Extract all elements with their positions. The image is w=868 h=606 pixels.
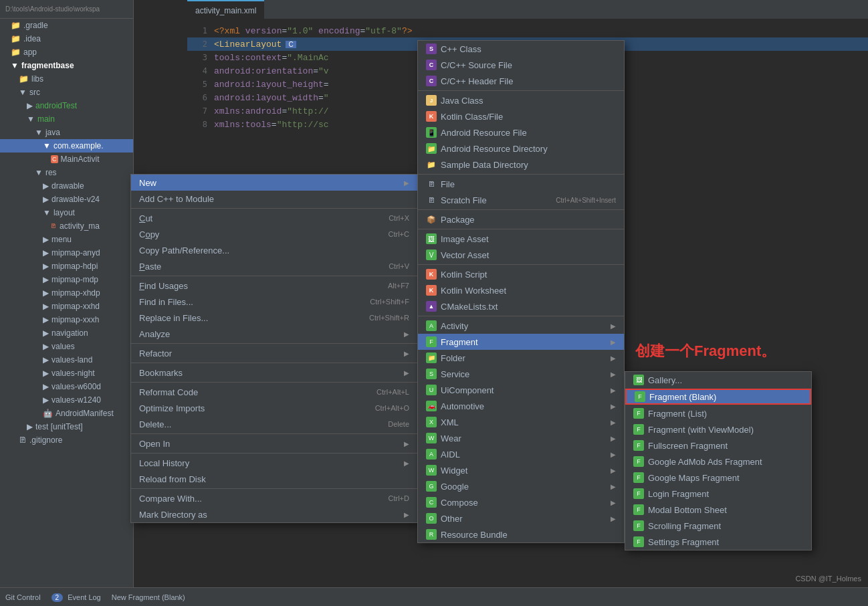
ctx-item-automotive[interactable]: 🚗 Automotive ▶	[418, 398, 624, 414]
sidebar-item-gitignore[interactable]: 🖹 .gitignore	[0, 433, 133, 447]
ctx-item-wear[interactable]: W Wear ▶	[418, 430, 624, 446]
sidebar-item-values-night[interactable]: ▶ values-night	[0, 367, 133, 380]
sidebar-item-androidtest[interactable]: ▶ androidTest	[0, 99, 133, 112]
ctx-item-optimize[interactable]: Optimize Imports Ctrl+Alt+O	[131, 400, 417, 416]
sidebar-item-idea[interactable]: 📁 .idea	[0, 32, 133, 45]
ctx-item-maps-fragment[interactable]: F Google Maps Fragment	[625, 470, 811, 486]
sidebar-item-activity-main[interactable]: 🖹 activity_ma	[0, 219, 133, 233]
ctx-item-aidl[interactable]: A AIDL ▶	[418, 446, 624, 462]
ctx-item-copy[interactable]: Copy Ctrl+C	[131, 226, 417, 242]
ctx-item-package[interactable]: 📦 Package	[418, 211, 624, 227]
ctx-item-other[interactable]: O Other ▶	[418, 510, 624, 526]
ctx-item-folder[interactable]: 📁 Folder ▶	[418, 350, 624, 366]
sidebar-item-values-land[interactable]: ▶ values-land	[0, 353, 133, 367]
ctx-item-delete[interactable]: Delete... Delete	[131, 416, 417, 432]
widget-icon: W	[426, 465, 437, 476]
sidebar-item-com-example[interactable]: ▼ com.example.	[0, 139, 133, 153]
sidebar-item-app[interactable]: 📁 app	[0, 45, 133, 59]
ctx-item-cpp-source[interactable]: C C/C++ Source File	[418, 57, 624, 73]
sidebar-item-layout[interactable]: ▼ layout	[0, 206, 133, 219]
ctx-item-find-usages[interactable]: Find Usages Alt+F7	[131, 278, 417, 294]
ctx-item-kotlin-worksheet[interactable]: K Kotlin Worksheet	[418, 282, 624, 298]
ctx-item-replace-in-files[interactable]: Replace in Files... Ctrl+Shift+R	[131, 310, 417, 326]
sidebar-item-gradle[interactable]: 📁 .gradle	[0, 19, 133, 32]
ctx-item-compose[interactable]: C Compose ▶	[418, 494, 624, 510]
sidebar-item-values-w600d[interactable]: ▶ values-w600d	[0, 380, 133, 393]
ctx-item-local-history[interactable]: Local History ▶	[131, 455, 417, 471]
ctx-item-copy-path[interactable]: Copy Path/Reference...	[131, 242, 417, 258]
sidebar-item-mipmap-mdp[interactable]: ▶ mipmap-mdp	[0, 273, 133, 286]
ctx-item-image-asset[interactable]: 🖼 Image Asset	[418, 231, 624, 247]
ctx-item-settings-fragment[interactable]: F Settings Fragment	[625, 534, 811, 550]
tab-activity-main[interactable]: activity_main.xml	[187, 0, 264, 19]
ctx-item-fragment-blank[interactable]: F Fragment (Blank)	[625, 389, 811, 405]
ctx-item-cut[interactable]: Cut Ctrl+X	[131, 210, 417, 226]
ctx-item-modal-bottom-sheet[interactable]: F Modal Bottom Sheet	[625, 502, 811, 518]
ctx-item-mark-directory[interactable]: Mark Directory as ▶	[131, 506, 417, 522]
sidebar-item-androidmanifest[interactable]: 🤖 AndroidManifest	[0, 407, 133, 420]
ctx-item-sample-data-dir[interactable]: 📁 Sample Data Directory	[418, 157, 624, 173]
ctx-item-fragment-viewmodel[interactable]: F Fragment (with ViewModel)	[625, 421, 811, 437]
ctx-item-java-class[interactable]: J Java Class	[418, 92, 624, 108]
ctx-item-compare[interactable]: Compare With... Ctrl+D	[131, 490, 417, 506]
folder-icon: ▶	[43, 328, 49, 338]
ctx-item-analyze[interactable]: Analyze ▶	[131, 326, 417, 342]
ctx-item-resource-bundle[interactable]: R Resource Bundle	[418, 526, 624, 542]
sidebar-item-menu[interactable]: ▶ menu	[0, 233, 133, 246]
ctx-item-scrolling-fragment[interactable]: F Scrolling Fragment	[625, 518, 811, 534]
ctx-item-android-resource-file[interactable]: 📱 Android Resource File	[418, 124, 624, 140]
sidebar-item-test[interactable]: ▶ test [unitTest]	[0, 420, 133, 433]
c-icon: C	[426, 76, 437, 86]
sidebar-item-mipmap-anyd[interactable]: ▶ mipmap-anyd	[0, 246, 133, 260]
ctx-item-paste[interactable]: Paste Ctrl+V	[131, 258, 417, 274]
ctx-item-gallery[interactable]: 🖼 Gallery...	[625, 372, 811, 388]
ctx-item-widget[interactable]: W Widget ▶	[418, 462, 624, 478]
sidebar-item-values[interactable]: ▶ values	[0, 340, 133, 353]
ctx-item-fragment-list[interactable]: F Fragment (List)	[625, 405, 811, 421]
ctx-item-kotlin-class[interactable]: K Kotlin Class/File	[418, 108, 624, 124]
ctx-item-login-fragment[interactable]: F Login Fragment	[625, 486, 811, 502]
ctx-item-cpp-header[interactable]: C C/C++ Header File	[418, 73, 624, 89]
ctx-item-reformat[interactable]: Reformat Code Ctrl+Alt+L	[131, 384, 417, 400]
ctx-item-reload[interactable]: Reload from Disk	[131, 471, 417, 487]
ctx-item-xml[interactable]: X XML ▶	[418, 414, 624, 430]
sidebar-item-mipmap-xhdp[interactable]: ▶ mipmap-xhdp	[0, 286, 133, 300]
ctx-item-service[interactable]: S Service ▶	[418, 366, 624, 382]
ctx-item-google[interactable]: G Google ▶	[418, 478, 624, 494]
ctx-item-find-in-files[interactable]: Find in Files... Ctrl+Shift+F	[131, 294, 417, 310]
ctx-item-kotlin-script[interactable]: K Kotlin Script	[418, 266, 624, 282]
ctx-item-label: Vector Asset	[441, 250, 489, 260]
ctx-item-open-in[interactable]: Open In ▶	[131, 435, 417, 451]
ctx-item-add-cpp[interactable]: Add C++ to Module	[131, 191, 417, 207]
sidebar-item-values-w1240[interactable]: ▶ values-w1240	[0, 393, 133, 407]
event-log[interactable]: 2 Event Log	[51, 593, 101, 601]
ctx-item-cpp-class[interactable]: S C++ Class	[418, 41, 624, 57]
ctx-item-bookmarks[interactable]: Bookmarks ▶	[131, 365, 417, 381]
sidebar-item-drawable[interactable]: ▶ drawable	[0, 179, 133, 193]
sidebar-item-mipmap-xxhd[interactable]: ▶ mipmap-xxhd	[0, 300, 133, 313]
ctx-item-fragment[interactable]: F Fragment ▶	[418, 334, 624, 350]
sidebar-item-mipmap-xxxh[interactable]: ▶ mipmap-xxxh	[0, 313, 133, 326]
sidebar-item-drawable-v24[interactable]: ▶ drawable-v24	[0, 193, 133, 206]
sidebar-item-mipmap-hdpi[interactable]: ▶ mipmap-hdpi	[0, 260, 133, 273]
sidebar-item-libs[interactable]: 📁 libs	[0, 72, 133, 86]
sidebar-item-fragmentbase[interactable]: ▼ fragmentbase	[0, 59, 133, 72]
ctx-item-fullscreen-fragment[interactable]: F Fullscreen Fragment	[625, 437, 811, 453]
ctx-item-activity[interactable]: A Activity ▶	[418, 318, 624, 334]
git-control[interactable]: Git Control	[5, 593, 41, 601]
sidebar-item-src[interactable]: ▼ src	[0, 86, 133, 99]
ctx-item-android-resource-dir[interactable]: 📁 Android Resource Directory	[418, 140, 624, 157]
ctx-item-admob-fragment[interactable]: F Google AdMob Ads Fragment	[625, 453, 811, 470]
ctx-item-scratch-file[interactable]: 🖹 Scratch File Ctrl+Alt+Shift+Insert	[418, 192, 624, 208]
sidebar-item-navigation[interactable]: ▶ navigation	[0, 326, 133, 340]
ctx-item-vector-asset[interactable]: V Vector Asset	[418, 247, 624, 263]
sidebar-item-main[interactable]: ▼ main	[0, 112, 133, 126]
ctx-item-cmake[interactable]: ▲ CMakeLists.txt	[418, 298, 624, 314]
ctx-item-refactor[interactable]: Refactor ▶	[131, 345, 417, 361]
ctx-item-new[interactable]: New ▶	[131, 175, 417, 191]
ctx-item-file[interactable]: 🖹 File	[418, 176, 624, 192]
sidebar-item-mainactivity[interactable]: C MainActivit	[0, 153, 133, 166]
ctx-item-uicomponent[interactable]: U UiComponent ▶	[418, 382, 624, 398]
sidebar-item-java[interactable]: ▼ java	[0, 126, 133, 139]
sidebar-item-res[interactable]: ▼ res	[0, 166, 133, 179]
